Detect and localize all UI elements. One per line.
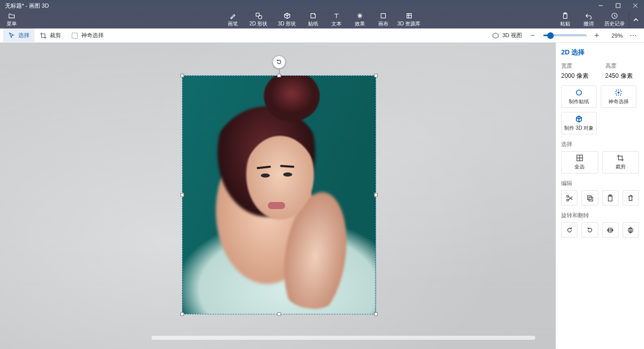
text-icon <box>333 12 340 19</box>
resize-handle-tc[interactable] <box>278 74 281 77</box>
flip-v-icon <box>627 226 634 234</box>
folder-icon <box>8 12 15 19</box>
zoom-more-button[interactable]: ⋯ <box>628 32 639 40</box>
make-3d-button[interactable]: 制作 3D 对象 <box>561 112 597 134</box>
rotate-right-button[interactable] <box>581 222 598 238</box>
svg-point-10 <box>618 92 620 94</box>
tool-text[interactable]: 文本 <box>325 11 348 28</box>
resize-handle-br[interactable] <box>374 312 378 316</box>
select-section-label: 选择 <box>561 140 639 148</box>
undo-icon <box>585 12 592 19</box>
scissors-icon <box>566 194 573 202</box>
menu-button[interactable]: 菜单 <box>0 11 23 28</box>
rotate-handle[interactable] <box>272 55 286 69</box>
svg-point-13 <box>567 195 569 197</box>
tool-canvas[interactable]: 画布 <box>372 11 395 28</box>
sticker-icon <box>310 12 317 19</box>
grid-icon <box>576 154 584 162</box>
zoom-out-button[interactable]: － <box>527 30 538 41</box>
brush-icon <box>229 12 236 19</box>
svg-rect-14 <box>588 195 592 199</box>
zoom-slider-thumb[interactable] <box>547 32 554 39</box>
crop-tool[interactable]: 裁剪 <box>35 28 66 43</box>
rotate-left-icon <box>566 226 573 234</box>
clipboard-icon <box>562 12 569 19</box>
menu-label: 菜单 <box>7 20 17 27</box>
paste-button[interactable]: 粘贴 <box>554 11 577 28</box>
magic-icon <box>71 32 78 39</box>
width-label: 宽度 <box>561 62 595 70</box>
copy-button[interactable] <box>581 190 598 206</box>
maximize-button[interactable] <box>609 0 627 11</box>
rotate-right-icon <box>586 226 594 234</box>
tool-effects[interactable]: 效果 <box>348 11 372 28</box>
canvas-image <box>182 76 376 314</box>
svg-rect-15 <box>589 197 593 201</box>
history-button[interactable]: 历史记录 <box>600 11 629 28</box>
svg-rect-0 <box>616 4 620 8</box>
edit-section-label: 编辑 <box>561 180 639 187</box>
tool-3d-shapes[interactable]: 3D 形状 <box>273 11 301 28</box>
svg-rect-7 <box>72 33 78 38</box>
svg-point-2 <box>258 15 262 19</box>
rotate-left-button[interactable] <box>561 222 577 238</box>
crop-icon <box>617 154 624 162</box>
zoom-in-button[interactable]: ＋ <box>591 30 602 41</box>
close-button[interactable] <box>627 0 644 11</box>
minimize-button[interactable] <box>592 0 609 11</box>
height-label: 高度 <box>605 62 639 70</box>
properties-panel: 2D 选择 宽度 2000 像素 高度 2450 像素 制作贴纸 <box>556 43 644 349</box>
clipboard-icon <box>606 194 614 202</box>
cube-icon <box>284 12 291 19</box>
sticker-icon <box>575 89 583 97</box>
zoom-percent: 29% <box>607 33 623 39</box>
box3d-icon <box>492 32 499 39</box>
sparkle-icon <box>356 12 363 19</box>
title-bar: 无标题* - 画图 3D <box>0 0 644 11</box>
flip-vertical-button[interactable] <box>623 222 639 238</box>
crop-icon <box>40 32 47 39</box>
flip-horizontal-button[interactable] <box>602 222 619 238</box>
select-all-button[interactable]: 全选 <box>561 151 598 173</box>
rotate-section-label: 旋转和翻转 <box>561 212 639 219</box>
3d-view-toggle[interactable]: 3D 视图 <box>487 28 527 43</box>
selection-bounds[interactable] <box>182 75 376 314</box>
tool-3d-library[interactable]: 3D 资源库 <box>395 11 423 28</box>
ribbon: 菜单 画笔 2D 形状 3D 形状 贴纸 文本 <box>0 11 644 28</box>
collapse-ribbon-button[interactable] <box>629 11 642 28</box>
resize-handle-tr[interactable] <box>374 74 378 77</box>
svg-point-8 <box>576 90 581 95</box>
window-title: 无标题* - 画图 3D <box>0 2 592 10</box>
magic-select-button[interactable]: 神奇选择 <box>601 85 636 108</box>
resize-handle-lc[interactable] <box>180 193 184 197</box>
tool-brush[interactable]: 画笔 <box>221 11 244 28</box>
flip-h-icon <box>606 226 614 234</box>
select-tool[interactable]: 选择 <box>3 28 35 43</box>
delete-button[interactable] <box>623 190 639 206</box>
make-sticker-button[interactable]: 制作贴纸 <box>561 85 597 108</box>
cube-icon <box>575 115 583 123</box>
svg-rect-4 <box>564 14 567 19</box>
tool-2d-shapes[interactable]: 2D 形状 <box>244 11 273 28</box>
svg-point-12 <box>567 199 569 201</box>
zoom-slider[interactable] <box>543 35 586 36</box>
paste-button-panel[interactable] <box>602 190 619 206</box>
undo-button[interactable]: 撤消 <box>577 11 600 28</box>
cut-button[interactable] <box>561 190 577 206</box>
magic-select-tool[interactable]: 神奇选择 <box>66 28 109 43</box>
tool-stickers[interactable]: 贴纸 <box>301 11 325 28</box>
canvas-area[interactable] <box>0 43 556 349</box>
resize-handle-bc[interactable] <box>278 312 281 316</box>
resize-handle-tl[interactable] <box>180 74 184 77</box>
svg-rect-3 <box>381 14 385 18</box>
square-circle-icon <box>255 12 262 19</box>
height-value: 2450 像素 <box>605 72 639 80</box>
cursor-icon <box>8 32 15 39</box>
resize-handle-bl[interactable] <box>180 312 184 316</box>
panel-title: 2D 选择 <box>561 48 639 57</box>
width-value: 2000 像素 <box>561 72 595 80</box>
copy-icon <box>586 194 594 202</box>
resize-handle-rc[interactable] <box>374 193 378 197</box>
crop-button[interactable]: 裁剪 <box>602 151 639 173</box>
library-icon <box>406 12 413 19</box>
